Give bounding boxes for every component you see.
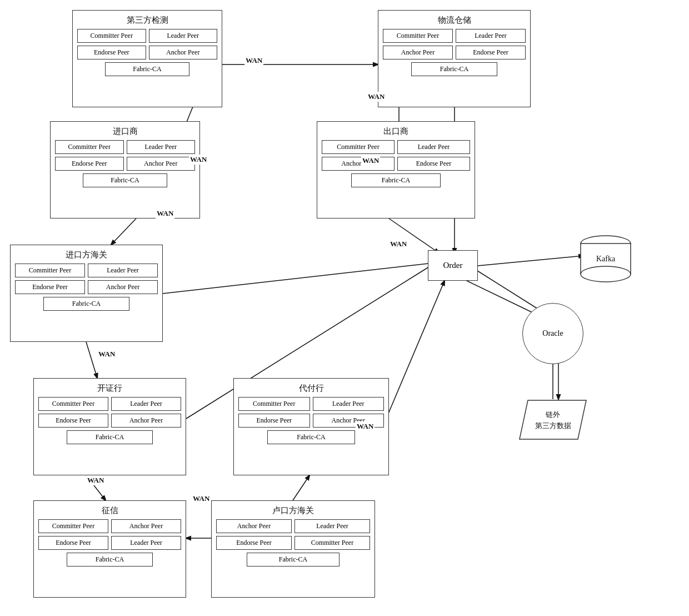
svg-line-6 (86, 342, 97, 378)
cr-peer-3: Endorse Peer (38, 536, 108, 550)
imp-peer-2: Leader Peer (127, 140, 196, 154)
log-peer-2: Leader Peer (456, 29, 526, 43)
pb-fabric-ca: Fabric-CA (267, 430, 355, 444)
svg-line-5 (163, 263, 433, 294)
ic-peer-3: Endorse Peer (15, 280, 85, 294)
ib-peer-4: Anchor Peer (111, 414, 181, 428)
cr-peer-1: Committer Peer (38, 519, 108, 533)
pb-peer-1: Committer Peer (238, 397, 310, 411)
svg-text:链外: 链外 (545, 410, 560, 419)
svg-point-20 (581, 266, 631, 282)
svg-line-14 (467, 264, 542, 311)
kafka-node: Kafka (578, 234, 633, 284)
logistics-title: 物流仓储 (383, 15, 526, 26)
cr-peer-2: Anchor Peer (111, 519, 181, 533)
exp-peer-1: Committer Peer (322, 140, 395, 154)
third-party-title: 第三方检测 (77, 15, 217, 26)
ib-peer-2: Leader Peer (111, 397, 181, 411)
export-customs-title: 卢口方海关 (216, 505, 370, 516)
tp-peer-2: Leader Peer (149, 29, 218, 43)
pb-peer-2: Leader Peer (313, 397, 385, 411)
kafka-svg: Kafka (578, 234, 633, 284)
log-fabric-ca: Fabric-CA (411, 62, 497, 76)
wan-label-9: WAN (86, 475, 105, 485)
credit-title: 征信 (38, 505, 181, 516)
paying-bank-title: 代付行 (238, 383, 384, 394)
ib-peer-1: Committer Peer (38, 397, 108, 411)
imp-peer-3: Endorse Peer (55, 157, 124, 171)
importer-title: 进口商 (55, 126, 195, 137)
wan-label-5: WAN (156, 208, 174, 218)
exp-peer-2: Leader Peer (397, 140, 470, 154)
ec-fabric-ca: Fabric-CA (247, 553, 339, 567)
cr-fabric-ca: Fabric-CA (67, 553, 152, 567)
imp-peer-1: Committer Peer (55, 140, 124, 154)
ic-peer-1: Committer Peer (15, 264, 85, 277)
wan-label-2: WAN (367, 92, 386, 102)
wan-label-10: WAN (192, 494, 211, 504)
log-peer-4: Endorse Peer (456, 46, 526, 59)
tp-peer-3: Endorse Peer (77, 46, 146, 59)
svg-marker-22 (520, 400, 586, 439)
tp-peer-1: Committer Peer (77, 29, 146, 43)
export-customs-box: 卢口方海关 Anchor Peer Leader Peer Endorse Pe… (211, 500, 375, 598)
third-party-box: 第三方检测 Committer Peer Leader Peer Endorse… (72, 10, 222, 107)
svg-text:第三方数据: 第三方数据 (535, 421, 571, 430)
svg-line-4 (111, 218, 136, 245)
import-customs-box: 进口方海关 Committer Peer Leader Peer Endorse… (10, 245, 163, 342)
importer-box: 进口商 Committer Peer Leader Peer Endorse P… (50, 121, 200, 218)
svg-text:Kafka: Kafka (596, 255, 616, 263)
imp-peer-4: Anchor Peer (127, 157, 196, 171)
imp-fabric-ca: Fabric-CA (83, 173, 167, 187)
issuing-bank-title: 开证行 (38, 383, 181, 394)
log-peer-3: Anchor Peer (383, 46, 453, 59)
ic-peer-2: Leader Peer (88, 264, 158, 277)
tp-peer-4: Anchor Peer (149, 46, 218, 59)
cr-peer-4: Leader Peer (111, 536, 181, 550)
exp-fabric-ca: Fabric-CA (351, 173, 440, 187)
exp-peer-3: Anchor Peer (322, 157, 395, 171)
wan-label-6: WAN (389, 239, 408, 249)
order-label: Order (443, 261, 463, 270)
svg-line-8 (386, 281, 445, 419)
logistics-box: 物流仓储 Committer Peer Leader Peer Anchor P… (378, 10, 531, 107)
ec-peer-2: Leader Peer (294, 519, 370, 533)
wan-label-1: WAN (244, 56, 263, 66)
credit-box: 征信 Committer Peer Anchor Peer Endorse Pe… (33, 500, 186, 598)
diagram-container: 第三方检测 Committer Peer Leader Peer Endorse… (0, 0, 689, 616)
wan-label-8: WAN (356, 421, 375, 431)
wan-label-7: WAN (97, 349, 116, 359)
oracle-node: Oracle (522, 303, 583, 364)
svg-line-11 (293, 475, 309, 500)
oracle-label: Oracle (542, 329, 563, 338)
log-peer-1: Committer Peer (383, 29, 453, 43)
svg-line-12 (478, 256, 583, 266)
exporter-box: 出口商 Committer Peer Leader Peer Anchor Pe… (317, 121, 475, 218)
ib-peer-3: Endorse Peer (38, 414, 108, 428)
ec-peer-1: Anchor Peer (216, 519, 292, 533)
wan-label-4: WAN (361, 156, 380, 166)
import-customs-title: 进口方海关 (15, 250, 158, 260)
offchain-svg: 链外 第三方数据 (517, 398, 589, 442)
issuing-bank-box: 开证行 Committer Peer Leader Peer Endorse P… (33, 378, 186, 475)
offchain-node: 链外 第三方数据 (517, 398, 589, 442)
ic-fabric-ca: Fabric-CA (43, 297, 129, 311)
pb-peer-3: Endorse Peer (238, 414, 310, 428)
exp-peer-4: Endorse Peer (397, 157, 470, 171)
tp-fabric-ca: Fabric-CA (105, 62, 189, 76)
ec-peer-4: Committer Peer (294, 536, 370, 550)
exporter-title: 出口商 (322, 126, 470, 137)
wan-label-3: WAN (189, 155, 208, 165)
ic-peer-4: Anchor Peer (88, 280, 158, 294)
order-node: Order (428, 250, 478, 281)
ec-peer-3: Endorse Peer (216, 536, 292, 550)
ib-fabric-ca: Fabric-CA (67, 430, 152, 444)
